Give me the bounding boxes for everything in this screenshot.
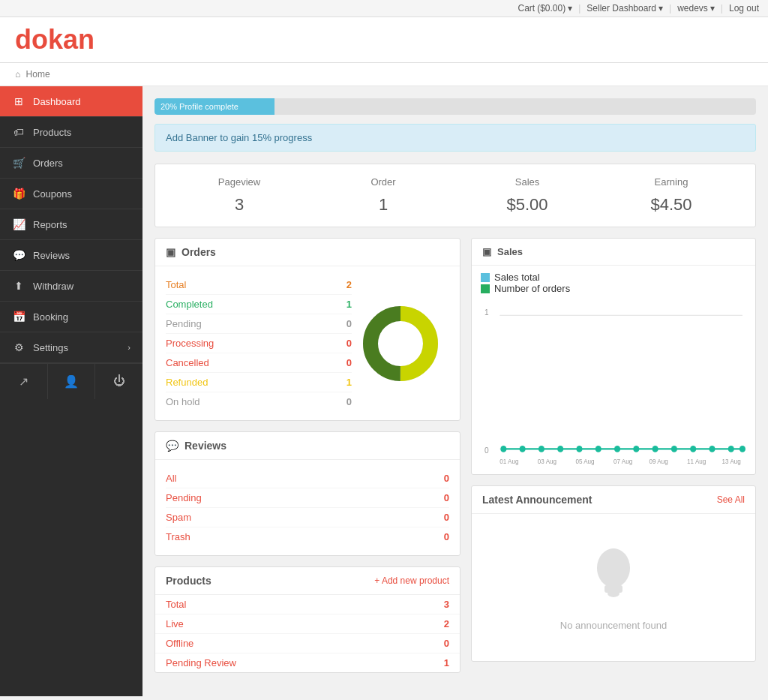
add-product-button[interactable]: + Add new product xyxy=(374,575,449,586)
products-card-body: Total 3 Live 2 Offline 0 Pending Revie xyxy=(155,595,460,672)
stats-sales: Sales $5.00 xyxy=(455,176,599,215)
review-label-trash: Trash xyxy=(166,531,444,542)
reports-icon: 📈 xyxy=(12,218,26,230)
sales-title: Sales xyxy=(497,246,523,257)
order-count-cancelled: 0 xyxy=(346,357,352,368)
sales-label: Sales xyxy=(455,176,599,188)
sidebar-item-products[interactable]: 🏷 Products xyxy=(0,117,142,148)
sales-chart-svg: 1 0 xyxy=(481,303,746,465)
product-count-total: 3 xyxy=(444,599,449,610)
sidebar-item-withdraw[interactable]: ⬆ Withdraw xyxy=(0,271,142,302)
seller-dashboard-menu[interactable]: Seller Dashboard ▾ xyxy=(586,3,663,14)
pageview-label: Pageview xyxy=(167,176,311,188)
orders-card-header: ▣ Orders xyxy=(155,239,460,266)
logo-text: okan xyxy=(32,24,94,55)
order-label-cancelled: Cancelled xyxy=(166,357,346,368)
stats-row: Pageview 3 Order 1 Sales $5.00 Earning $… xyxy=(167,176,743,215)
withdraw-icon: ⬆ xyxy=(12,280,26,292)
order-count-refunded: 1 xyxy=(346,377,352,388)
sidebar-bottom: ↗ 👤 ⏻ xyxy=(0,363,142,399)
progress-label: 20% Profile complete xyxy=(160,102,238,111)
seller-dropdown-icon: ▾ xyxy=(658,3,663,14)
orders-list: Total 2 Completed 1 Pending 0 xyxy=(166,275,352,411)
no-announcement-body: No announcement found xyxy=(472,514,755,661)
order-row-processing: Processing 0 xyxy=(166,334,352,353)
logout-button[interactable]: Log out xyxy=(729,3,759,14)
svg-text:05 Aug: 05 Aug xyxy=(575,458,595,465)
legend-sales-color xyxy=(481,273,490,282)
external-link-button[interactable]: ↗ xyxy=(0,364,48,399)
stats-order: Order 1 xyxy=(311,176,455,215)
sidebar-item-orders[interactable]: 🛒 Orders xyxy=(0,148,142,179)
chart-legend: Sales total Number of orders xyxy=(472,266,755,294)
sidebar-label-booking: Booking xyxy=(33,311,68,323)
product-label-live: Live xyxy=(166,618,444,629)
order-row-total: Total 2 xyxy=(166,275,352,295)
sidebar-label-coupons: Coupons xyxy=(33,188,72,200)
legend-sales-total: Sales total xyxy=(481,272,746,283)
user-dropdown-icon: ▾ xyxy=(710,3,715,14)
orders-header-icon: ▣ xyxy=(166,246,176,258)
breadcrumb-home[interactable]: Home xyxy=(26,69,50,80)
review-row-trash: Trash 0 xyxy=(166,527,449,546)
product-row-offline: Offline 0 xyxy=(155,634,460,653)
announcement-title: Latest Announcement xyxy=(482,494,717,506)
svg-text:01 Aug: 01 Aug xyxy=(500,458,519,465)
order-label: Order xyxy=(311,176,455,188)
order-label-pending: Pending xyxy=(166,318,346,329)
review-label-spam: Spam xyxy=(166,512,444,523)
review-row-spam: Spam 0 xyxy=(166,508,449,527)
order-count-pending: 0 xyxy=(346,318,352,329)
sidebar-label-settings: Settings xyxy=(33,342,68,353)
sidebar-item-reports[interactable]: 📈 Reports xyxy=(0,209,142,240)
main-layout: ⊞ Dashboard 🏷 Products 🛒 Orders 🎁 Coupon… xyxy=(0,86,768,696)
orders-title: Orders xyxy=(182,246,216,258)
settings-icon: ⚙ xyxy=(12,341,26,353)
review-label-all: All xyxy=(166,473,444,484)
review-count-spam: 0 xyxy=(444,512,449,523)
sales-value: $5.00 xyxy=(455,195,599,215)
product-count-pending-review: 1 xyxy=(444,657,449,668)
bell-icon xyxy=(584,544,644,611)
site-header: dokan xyxy=(0,17,768,63)
orders-card: ▣ Orders Total 2 Completed xyxy=(154,238,460,421)
svg-point-3 xyxy=(380,323,422,365)
two-col-layout: ▣ Orders Total 2 Completed xyxy=(154,238,756,683)
review-label-pending: Pending xyxy=(166,492,444,503)
sidebar-item-dashboard[interactable]: ⊞ Dashboard xyxy=(0,86,142,117)
progress-fill: 20% Profile complete xyxy=(154,98,274,115)
reviews-header-icon: 💬 xyxy=(166,440,178,452)
sales-header-icon: ▣ xyxy=(482,246,491,257)
power-button[interactable]: ⏻ xyxy=(95,364,142,399)
breadcrumb: ⌂ Home xyxy=(0,63,768,86)
product-row-live: Live 2 xyxy=(155,614,460,634)
svg-text:11 Aug: 11 Aug xyxy=(687,458,706,465)
see-all-button[interactable]: See All xyxy=(717,494,745,505)
products-icon: 🏷 xyxy=(12,126,26,138)
svg-point-31 xyxy=(608,590,620,597)
user-profile-button[interactable]: 👤 xyxy=(48,364,96,399)
stats-card: Pageview 3 Order 1 Sales $5.00 Earning $… xyxy=(154,164,756,227)
top-bar: Cart ($0.00) ▾ | Seller Dashboard ▾ | we… xyxy=(0,0,768,17)
sidebar-item-booking[interactable]: 📅 Booking xyxy=(0,302,142,332)
orders-flex: Total 2 Completed 1 Pending 0 xyxy=(166,275,449,411)
sidebar-label-reviews: Reviews xyxy=(33,250,70,261)
booking-icon: 📅 xyxy=(12,311,26,323)
stats-earning: Earning $4.50 xyxy=(599,176,743,215)
products-card: Products + Add new product Total 3 Live … xyxy=(154,566,460,673)
sidebar-item-reviews[interactable]: 💬 Reviews xyxy=(0,240,142,271)
legend-orders-label: Number of orders xyxy=(494,283,570,294)
product-label-pending-review: Pending Review xyxy=(166,657,444,668)
seller-dashboard-label: Seller Dashboard xyxy=(586,3,656,14)
cart-menu[interactable]: Cart ($0.00) ▾ xyxy=(518,3,572,14)
user-menu[interactable]: wedevs ▾ xyxy=(677,3,715,14)
banner-text: Add Banner to gain 15% progress xyxy=(166,132,312,143)
donut-chart-container xyxy=(352,295,449,392)
sales-card: ▣ Sales Sales total Number of orders xyxy=(471,238,756,475)
order-value: 1 xyxy=(311,195,455,215)
left-column: ▣ Orders Total 2 Completed xyxy=(154,238,460,683)
sidebar-item-settings[interactable]: ⚙ Settings › xyxy=(0,332,142,363)
cart-amount: ($0.00) xyxy=(537,3,566,14)
sidebar-item-coupons[interactable]: 🎁 Coupons xyxy=(0,179,142,209)
order-label-processing: Processing xyxy=(166,338,346,349)
